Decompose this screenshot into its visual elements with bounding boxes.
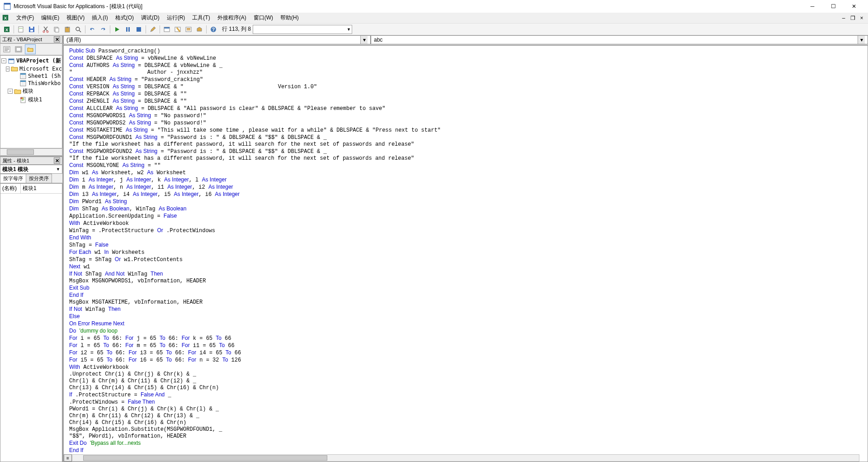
break-button[interactable] xyxy=(123,24,133,34)
menu-help[interactable]: 帮助(H) xyxy=(277,13,302,23)
help-button[interactable]: ? xyxy=(208,24,218,34)
mdi-minimize-button[interactable]: – xyxy=(839,14,848,23)
svg-rect-26 xyxy=(187,28,190,29)
tree-thisworkbook-label: ThisWorkbo xyxy=(28,80,61,86)
code-area: (通用) ▾ abc ▾ Public Sub Password_crackin… xyxy=(63,35,868,462)
svg-rect-35 xyxy=(16,48,21,51)
cut-button[interactable] xyxy=(41,24,51,34)
view-code-button[interactable] xyxy=(1,44,12,54)
code-h-scrollbar[interactable] xyxy=(72,454,859,462)
position-dropdown[interactable]: ▼ xyxy=(253,25,352,34)
menu-file[interactable]: 文件(F) xyxy=(13,13,38,23)
code-editor[interactable]: Public Sub Password_cracking() Const DBL… xyxy=(63,45,868,462)
svg-rect-20 xyxy=(128,27,130,32)
properties-object-selector[interactable]: 模块1 模块 ▼ xyxy=(0,165,62,174)
svg-rect-43 xyxy=(20,81,26,82)
tree-root-label: VBAProject (新 xyxy=(16,57,61,65)
project-icon xyxy=(8,58,15,64)
project-tree[interactable]: − VBAProject (新 − Microsoft Exc Sheet1 (… xyxy=(0,55,62,148)
collapse-icon[interactable]: − xyxy=(8,89,13,94)
menu-window[interactable]: 窗口(W) xyxy=(250,13,277,23)
procedure-dropdown[interactable]: abc ▾ xyxy=(371,35,868,44)
project-explorer-header: 工程 - VBAProject ✕ xyxy=(0,35,62,43)
view-object-button[interactable] xyxy=(13,44,24,54)
view-excel-button[interactable]: X xyxy=(2,24,12,34)
toggle-folders-button[interactable] xyxy=(25,44,36,54)
tree-thisworkbook[interactable]: ThisWorkbo xyxy=(0,80,62,87)
save-button[interactable] xyxy=(27,24,37,34)
properties-header: 属性 - 模块1 ✕ xyxy=(0,157,62,165)
project-h-scrollbar[interactable] xyxy=(0,148,62,156)
property-name-value[interactable]: 模块1 xyxy=(21,184,62,194)
svg-rect-10 xyxy=(30,27,33,29)
menu-run[interactable]: 运行(R) xyxy=(163,13,189,23)
window-title: Microsoft Visual Basic for Applications … xyxy=(14,3,802,10)
tree-folder-modules[interactable]: − 模块 xyxy=(0,87,62,95)
toolbar: X ? 行 113, 列 8 ▼ xyxy=(0,24,868,35)
menu-debug[interactable]: 调试(D) xyxy=(137,13,163,23)
tab-categorized[interactable]: 按分类序 xyxy=(26,174,52,183)
properties-panel: 属性 - 模块1 ✕ 模块1 模块 ▼ 按字母序 按分类序 (名称) 模块1 xyxy=(0,157,62,462)
svg-rect-21 xyxy=(137,27,141,32)
tab-alphabetic[interactable]: 按字母序 xyxy=(0,174,26,183)
tree-root[interactable]: − VBAProject (新 xyxy=(0,57,62,65)
project-explorer-panel: 工程 - VBAProject ✕ − VBAProject (新 − xyxy=(0,35,62,157)
svg-rect-16 xyxy=(66,27,68,28)
menu-view[interactable]: 视图(V) xyxy=(63,13,88,23)
project-explorer-button[interactable] xyxy=(162,24,172,34)
property-name-label: (名称) xyxy=(0,184,21,194)
redo-button[interactable] xyxy=(98,24,108,34)
svg-rect-19 xyxy=(126,27,127,32)
procedure-view-button[interactable]: ≡ xyxy=(64,454,72,462)
run-button[interactable] xyxy=(112,24,122,34)
reset-button[interactable] xyxy=(134,24,144,34)
tree-module1[interactable]: 模块1 xyxy=(0,95,62,104)
svg-rect-9 xyxy=(30,30,33,32)
properties-close-button[interactable]: ✕ xyxy=(54,157,60,164)
design-mode-button[interactable] xyxy=(148,24,158,34)
project-view-toolbar xyxy=(0,43,62,55)
object-dropdown[interactable]: (通用) ▾ xyxy=(63,35,371,44)
find-button[interactable] xyxy=(73,24,83,34)
menu-edit[interactable]: 编辑(E) xyxy=(38,13,63,23)
mdi-close-button[interactable]: × xyxy=(857,14,866,23)
menu-addins[interactable]: 外接程序(A) xyxy=(214,13,250,23)
paste-button[interactable] xyxy=(62,24,72,34)
collapse-icon[interactable]: − xyxy=(6,67,10,71)
svg-rect-37 xyxy=(9,59,14,60)
svg-line-18 xyxy=(79,30,81,32)
maximize-button[interactable]: ☐ xyxy=(823,0,844,13)
tree-folder-excel[interactable]: − Microsoft Exc xyxy=(0,65,62,72)
tree-sheet1[interactable]: Sheet1 (Sh xyxy=(0,72,62,80)
properties-window-button[interactable] xyxy=(173,24,183,34)
minimize-button[interactable]: ─ xyxy=(802,0,823,13)
svg-text:X: X xyxy=(5,28,8,32)
tree-sheet1-label: Sheet1 (Sh xyxy=(28,73,61,79)
menu-tools[interactable]: 工具(T) xyxy=(189,13,213,23)
undo-button[interactable] xyxy=(87,24,97,34)
chevron-down-icon[interactable]: ▾ xyxy=(360,36,368,44)
svg-point-17 xyxy=(76,27,80,31)
property-row-name: (名称) 模块1 xyxy=(0,184,62,194)
menu-format[interactable]: 格式(O) xyxy=(112,13,137,23)
svg-point-51 xyxy=(22,97,24,99)
workbook-icon xyxy=(19,80,27,86)
project-explorer-close-button[interactable]: ✕ xyxy=(54,36,60,43)
object-browser-button[interactable] xyxy=(184,24,193,34)
properties-tabs: 按字母序 按分类序 xyxy=(0,174,62,183)
app-icon xyxy=(4,3,11,10)
close-button[interactable]: ✕ xyxy=(844,0,864,13)
chevron-down-icon[interactable]: ▾ xyxy=(858,36,865,44)
copy-button[interactable] xyxy=(52,24,61,34)
properties-grid[interactable]: (名称) 模块1 xyxy=(0,183,62,462)
worksheet-icon xyxy=(19,73,27,79)
excel-icon[interactable]: X xyxy=(2,14,10,22)
tree-folder-excel-label: Microsoft Exc xyxy=(19,66,62,72)
folder-icon xyxy=(14,88,21,95)
toolbox-button[interactable] xyxy=(194,24,204,34)
menu-insert[interactable]: 插入(I) xyxy=(88,13,111,23)
svg-rect-23 xyxy=(164,27,170,29)
mdi-restore-button[interactable]: ❐ xyxy=(848,14,857,23)
insert-module-button[interactable] xyxy=(16,24,26,34)
collapse-icon[interactable]: − xyxy=(1,58,6,63)
